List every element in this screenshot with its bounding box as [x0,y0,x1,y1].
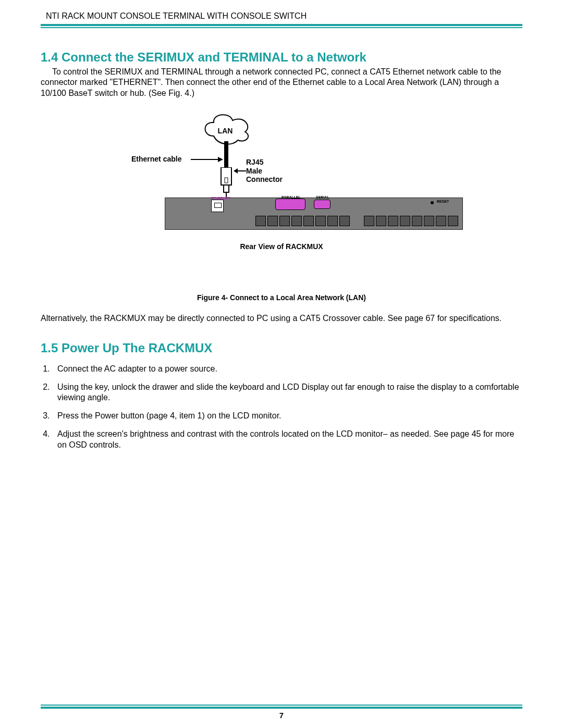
port-group-4 [412,216,458,226]
rj45-label: RJ45 Male Connector [246,158,283,183]
step-4: Adjust the screen's brightness and contr… [52,429,522,451]
figure-4-caption: Figure 4- Connect to a Local Area Networ… [41,293,522,302]
ethernet-cable-icon [224,141,228,169]
serial-port-text: SERIAL [316,195,329,199]
serial-port [255,216,266,226]
footer-rule-top [41,705,522,706]
rj45-label-2: Male [246,167,262,175]
arrow-icon [234,167,246,177]
serial-port [267,216,278,226]
serial-port [315,216,326,226]
serial-port [303,216,314,226]
serial-port [388,216,398,226]
section-1-5-heading: 1.5 Power Up The RACKMUX [41,341,522,355]
rj45-label-1: RJ45 [246,158,263,166]
running-header: NTI RACK MOUNT CONSOLE TERMINAL WITH CON… [46,11,522,21]
serial-port [364,216,374,226]
header-rule-bottom [41,27,522,28]
serial-port [436,216,446,226]
svg-rect-4 [225,178,228,183]
ethernet-port-text: ETHERNET [211,196,230,200]
serial-port [412,216,422,226]
serial-port [400,216,410,226]
section-1-4-alt: Alternatively, the RACKMUX may be direct… [41,313,522,324]
serial-port [279,216,290,226]
ethernet-port-icon [211,200,224,212]
step-3: Press the Power button (page 4, item 1) … [52,411,522,422]
page-footer: 7 [41,705,522,720]
serial-port [327,216,338,226]
svg-marker-1 [218,157,223,162]
port-group-1 [255,216,302,226]
arrow-icon [191,156,223,165]
ethernet-cable-label: Ethernet cable [131,155,181,163]
section-1-4-heading: 1.4 Connect the SERIMUX and TERMINAL to … [41,50,522,65]
power-up-steps: Connect the AC adapter to a power source… [41,364,522,451]
figure-4: LAN Ethernet cable RJ45 Male Connector [99,110,464,272]
reset-text: RESET [437,200,449,203]
header-rule-top [41,24,522,26]
rear-view-caption: Rear View of RACKMUX [99,242,464,251]
step-1: Connect the AC adapter to a power source… [52,364,522,375]
serial-port [424,216,434,226]
footer-rule-bottom [41,707,522,709]
section-1-4-body: To control the SERIMUX and TERMINAL thro… [41,67,522,98]
svg-marker-7 [234,168,238,174]
parallel-port-text: PARALLEL [282,195,301,199]
serial-port [448,216,458,226]
svg-rect-3 [224,185,229,192]
rj45-label-3: Connector [246,175,283,183]
serial-port [291,216,302,226]
parallel-port-icon [275,199,305,210]
step-2: Using the key, unlock the drawer and sli… [52,382,522,404]
serial-port [376,216,386,226]
lan-label: LAN [213,127,238,135]
serial-port-icon [314,200,331,209]
rj45-connector-icon [218,167,235,199]
port-group-3 [364,216,410,226]
port-group-2 [303,216,350,226]
page-number: 7 [41,711,522,720]
serial-port [339,216,350,226]
